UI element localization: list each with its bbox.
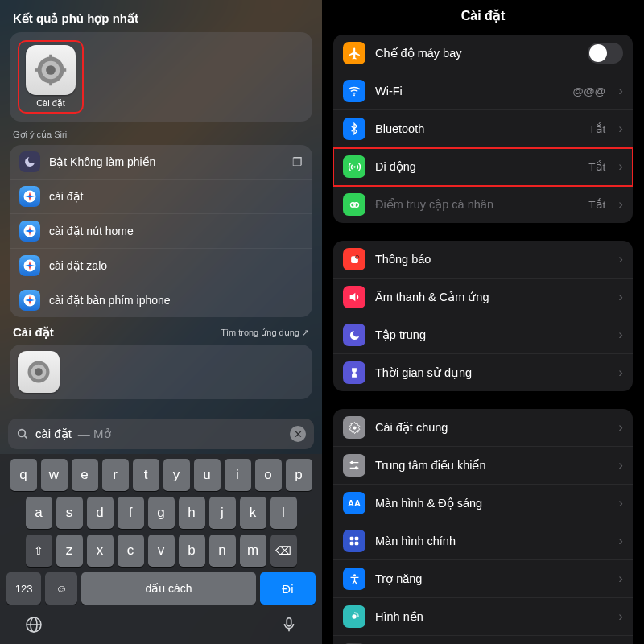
key-l[interactable]: l bbox=[270, 497, 297, 529]
shift-key[interactable]: ⇧ bbox=[26, 535, 52, 567]
toggle[interactable] bbox=[588, 43, 623, 64]
best-match-header: Kết quả phù hợp nhất bbox=[0, 0, 322, 32]
search-input[interactable]: cài đặt — Mở ✕ bbox=[8, 419, 314, 449]
sound-icon bbox=[343, 286, 365, 308]
key-y[interactable]: y bbox=[163, 459, 190, 491]
svg-rect-40 bbox=[350, 537, 354, 541]
numeric-key[interactable]: 123 bbox=[6, 572, 41, 605]
key-o[interactable]: o bbox=[255, 459, 282, 491]
key-d[interactable]: d bbox=[87, 497, 114, 529]
key-n[interactable]: n bbox=[209, 535, 236, 567]
settings-row-general[interactable]: Cài đặt chung› bbox=[333, 409, 633, 447]
settings-group-connectivity: Chế độ máy bayWi-Fi@@@›BluetoothTắt›Di đ… bbox=[333, 35, 633, 223]
row-value: Tắt bbox=[588, 160, 605, 173]
search-hint: — Mở bbox=[78, 427, 111, 441]
row-label: Thông báo bbox=[375, 253, 605, 266]
home-icon bbox=[343, 530, 365, 552]
key-e[interactable]: e bbox=[72, 459, 98, 491]
bt-icon bbox=[343, 118, 365, 140]
key-v[interactable]: v bbox=[148, 535, 175, 567]
key-j[interactable]: j bbox=[209, 497, 236, 529]
focus-icon bbox=[343, 324, 365, 346]
key-x[interactable]: x bbox=[87, 535, 114, 567]
settings-row-home[interactable]: Màn hình chính› bbox=[333, 522, 633, 560]
settings-row-hotspot[interactable]: Điểm truy cập cá nhânTắt› bbox=[333, 186, 633, 223]
screen-icon bbox=[343, 361, 365, 384]
settings-row-bt[interactable]: BluetoothTắt› bbox=[333, 110, 633, 148]
key-c[interactable]: c bbox=[118, 535, 144, 567]
chevron-right-icon: › bbox=[618, 609, 623, 625]
backspace-key[interactable]: ⌫ bbox=[270, 535, 297, 567]
safari-icon bbox=[19, 290, 40, 311]
key-z[interactable]: z bbox=[56, 535, 83, 567]
key-r[interactable]: r bbox=[102, 459, 129, 491]
access-icon bbox=[343, 568, 365, 590]
siri-suggestion[interactable]: Bật Không làm phiền❐ bbox=[10, 145, 312, 180]
key-a[interactable]: a bbox=[26, 497, 52, 529]
settings-row-notif[interactable]: Thông báo› bbox=[333, 241, 633, 279]
settings-row-focus[interactable]: Tập trung› bbox=[333, 316, 633, 354]
svg-rect-6 bbox=[62, 68, 67, 72]
chevron-right-icon: › bbox=[618, 327, 623, 343]
settings-row-cc[interactable]: Trung tâm điều khiển› bbox=[333, 447, 633, 485]
row-label: Hình nền bbox=[375, 610, 605, 623]
space-key[interactable]: dấu cách bbox=[81, 572, 255, 605]
emoji-key[interactable]: ☺ bbox=[45, 572, 77, 605]
settings-row-display[interactable]: AAMàn hình & Độ sáng› bbox=[333, 485, 633, 522]
chevron-right-icon: › bbox=[618, 457, 623, 473]
key-u[interactable]: u bbox=[194, 459, 221, 491]
search-query: cài đặt bbox=[35, 427, 72, 441]
settings-title: Cài đặt bbox=[322, 0, 644, 35]
svg-point-44 bbox=[353, 574, 356, 576]
globe-icon[interactable] bbox=[24, 615, 43, 634]
key-q[interactable]: q bbox=[10, 459, 37, 491]
key-g[interactable]: g bbox=[148, 497, 175, 529]
best-match-app-tile[interactable]: Cài đặt bbox=[18, 40, 84, 114]
app-section-header: Cài đặt Tìm trong ứng dụng ↗ bbox=[0, 317, 322, 345]
chevron-right-icon: › bbox=[618, 251, 623, 267]
key-p[interactable]: p bbox=[286, 459, 312, 491]
key-w[interactable]: w bbox=[41, 459, 68, 491]
key-m[interactable]: m bbox=[240, 535, 266, 567]
dictation-icon[interactable] bbox=[280, 616, 298, 634]
suggestion-label: cài đặt bàn phím iphone bbox=[49, 294, 171, 307]
svg-point-30 bbox=[353, 166, 355, 167]
settings-row-wifi[interactable]: Wi-Fi@@@› bbox=[333, 72, 633, 110]
settings-group-notifications: Thông báo›Âm thanh & Cảm ứng›Tập trung›T… bbox=[333, 241, 633, 391]
siri-suggestion[interactable]: cài đặt bàn phím iphone bbox=[10, 283, 312, 317]
settings-row-access[interactable]: Trợ năng› bbox=[333, 560, 633, 598]
settings-row-cell[interactable]: Di độngTắt› bbox=[333, 148, 633, 186]
row-value: Tắt bbox=[588, 122, 605, 135]
general-icon bbox=[343, 416, 365, 439]
key-s[interactable]: s bbox=[56, 497, 83, 529]
hotspot-icon bbox=[343, 193, 365, 216]
key-t[interactable]: t bbox=[133, 459, 159, 491]
key-k[interactable]: k bbox=[240, 497, 266, 529]
svg-rect-27 bbox=[287, 618, 291, 626]
siri-suggestion[interactable]: cài đặt zalo bbox=[10, 249, 312, 283]
row-label: Màn hình chính bbox=[375, 535, 605, 547]
chevron-right-icon: › bbox=[618, 533, 623, 549]
siri-suggestion[interactable]: cài đặt nút home bbox=[10, 214, 312, 249]
settings-row-plane[interactable]: Chế độ máy bay bbox=[333, 35, 633, 72]
settings-row-siri[interactable]: Siri & Tìm kiếm› bbox=[333, 636, 633, 644]
key-f[interactable]: f bbox=[118, 497, 144, 529]
settings-row-screen[interactable]: Thời gian sử dụng› bbox=[333, 354, 633, 391]
app-section-card[interactable] bbox=[10, 345, 312, 399]
wall-icon bbox=[343, 605, 365, 628]
search-in-app-link[interactable]: Tìm trong ứng dụng ↗ bbox=[221, 328, 309, 338]
key-i[interactable]: i bbox=[225, 459, 251, 491]
settings-row-wall[interactable]: Hình nền› bbox=[333, 598, 633, 636]
key-b[interactable]: b bbox=[179, 535, 205, 567]
clear-icon[interactable]: ✕ bbox=[290, 426, 306, 442]
siri-suggestion[interactable]: cài đặt bbox=[10, 180, 312, 214]
key-h[interactable]: h bbox=[179, 497, 205, 529]
chevron-right-icon: › bbox=[618, 495, 623, 511]
go-key[interactable]: Đi bbox=[260, 572, 316, 605]
settings-row-sound[interactable]: Âm thanh & Cảm ứng› bbox=[333, 279, 633, 316]
row-label: Di động bbox=[375, 160, 579, 173]
chevron-right-icon: › bbox=[618, 289, 623, 305]
siri-suggestions-header: Gợi ý của Siri bbox=[0, 122, 322, 145]
row-label: Thời gian sử dụng bbox=[375, 366, 605, 379]
svg-rect-3 bbox=[49, 55, 52, 60]
